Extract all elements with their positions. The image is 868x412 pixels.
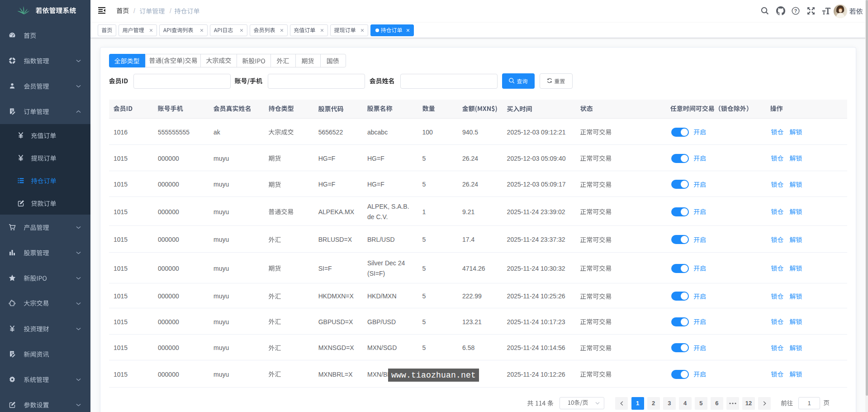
svg-text:?: ? <box>794 8 797 14</box>
